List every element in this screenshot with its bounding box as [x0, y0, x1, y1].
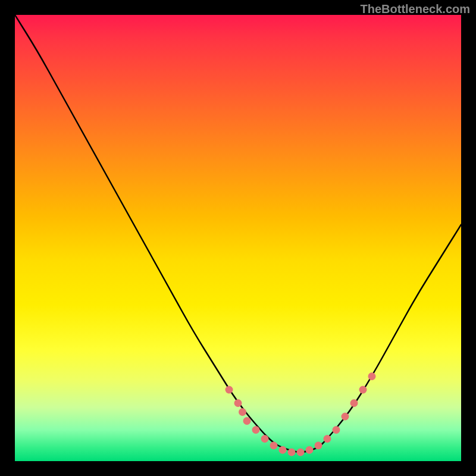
curve-marker [350, 399, 358, 407]
chart-svg [15, 15, 461, 461]
curve-marker [270, 441, 278, 449]
curve-marker [279, 446, 287, 454]
curve-marker [252, 426, 260, 434]
curve-marker [333, 426, 340, 434]
curve-marker [324, 435, 331, 443]
curve-marker [306, 446, 314, 454]
curve-marker [342, 413, 349, 421]
curve-marker [226, 386, 233, 394]
curve-marker [315, 441, 322, 449]
curve-marker [359, 386, 367, 394]
watermark-text: TheBottleneck.com [361, 2, 470, 16]
curve-marker [239, 408, 246, 416]
bottleneck-curve-path [15, 15, 461, 452]
curve-marker [297, 449, 305, 456]
curve-marker [261, 435, 269, 443]
curve-marker [288, 449, 296, 456]
curve-marker [243, 417, 251, 425]
curve-marker [368, 372, 376, 380]
curve-marker [234, 399, 242, 407]
chart-plot-area [15, 15, 461, 461]
